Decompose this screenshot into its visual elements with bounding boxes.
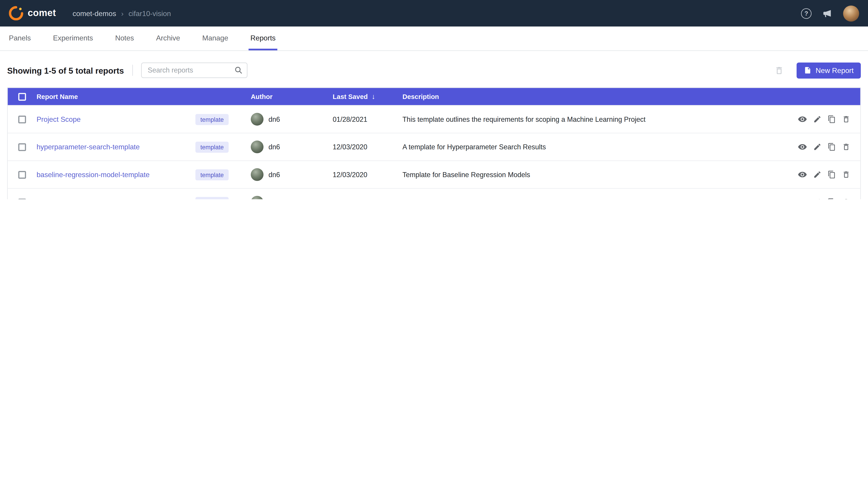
- row-checkbox[interactable]: [18, 198, 26, 199]
- report-description: Template to summarize results from Basel…: [402, 198, 791, 199]
- user-avatar[interactable]: [843, 5, 859, 21]
- view-icon[interactable]: [798, 197, 807, 199]
- last-saved-date: 12/03/2020: [333, 143, 403, 151]
- tab-archive[interactable]: Archive: [154, 27, 182, 51]
- author-name: dn6: [269, 116, 280, 123]
- author-name: dn6: [269, 198, 280, 199]
- edit-icon[interactable]: [813, 198, 822, 199]
- report-doc-icon: [804, 66, 812, 74]
- table-row: hyperparameter-search-template template …: [8, 133, 860, 160]
- author-name: dn6: [269, 143, 280, 151]
- row-actions: [791, 115, 860, 124]
- new-report-label: New Report: [815, 66, 854, 74]
- delete-icon[interactable]: [842, 170, 850, 179]
- row-checkbox[interactable]: [18, 116, 26, 123]
- template-badge: template: [195, 113, 228, 125]
- breadcrumb: comet-demos › cifar10-vision: [72, 9, 171, 18]
- last-saved-date: 12/03/2020: [333, 171, 403, 178]
- duplicate-icon[interactable]: [828, 115, 836, 123]
- view-icon[interactable]: [798, 142, 807, 152]
- breadcrumb-project[interactable]: cifar10-vision: [129, 9, 171, 18]
- delete-icon[interactable]: [842, 143, 850, 151]
- report-name-link[interactable]: baseline-classification-model-template: [37, 198, 157, 199]
- duplicate-icon[interactable]: [828, 198, 836, 199]
- select-all-checkbox[interactable]: [18, 93, 26, 100]
- tab-notes[interactable]: Notes: [114, 27, 135, 51]
- author-avatar: [251, 113, 264, 126]
- column-last-saved[interactable]: Last Saved ↓: [333, 92, 403, 101]
- row-checkbox[interactable]: [18, 143, 26, 151]
- announcements-icon[interactable]: [822, 8, 833, 19]
- author-avatar: [251, 168, 264, 181]
- tab-reports[interactable]: Reports: [249, 27, 277, 51]
- author-avatar: [251, 140, 264, 153]
- author-name: dn6: [269, 171, 280, 178]
- reports-page: Showing 1-5 of 5 total reports: [0, 62, 868, 199]
- breadcrumb-workspace[interactable]: comet-demos: [72, 9, 116, 18]
- app-root: comet comet-demos › cifar10-vision ? Pan…: [0, 0, 868, 199]
- report-name-link[interactable]: baseline-regression-model-template: [37, 170, 150, 179]
- last-saved-date: 12/03/2020: [333, 198, 403, 199]
- edit-icon[interactable]: [813, 170, 822, 179]
- column-description[interactable]: Description: [402, 93, 791, 100]
- breadcrumb-separator-icon: ›: [121, 9, 124, 18]
- row-checkbox[interactable]: [18, 171, 26, 178]
- comet-logo-icon: [9, 6, 23, 21]
- author-avatar: [251, 196, 264, 199]
- tab-experiments[interactable]: Experiments: [51, 27, 95, 51]
- view-icon[interactable]: [798, 115, 807, 124]
- row-actions: [791, 142, 860, 152]
- results-count: Showing 1-5 of 5 total reports: [7, 66, 124, 75]
- edit-icon[interactable]: [813, 143, 822, 151]
- table-header: Report Name Author Last Saved ↓ Descript…: [8, 88, 860, 105]
- bulk-delete-icon[interactable]: [775, 66, 784, 75]
- top-bar-actions: ?: [801, 5, 859, 21]
- template-badge: template: [195, 141, 228, 153]
- table-row: baseline-classification-model-template t…: [8, 188, 860, 199]
- delete-icon[interactable]: [842, 198, 850, 199]
- report-description: Template for Baseline Regression Models: [402, 171, 791, 178]
- report-description: This template outlines the requirements …: [402, 116, 791, 123]
- tab-panels[interactable]: Panels: [7, 27, 33, 51]
- tab-manage[interactable]: Manage: [200, 27, 230, 51]
- sort-descending-icon[interactable]: ↓: [372, 92, 375, 101]
- report-description: A template for Hyperparameter Search Res…: [402, 143, 791, 151]
- table-row: Project Scope template dn6 01/28/2021 Th…: [8, 105, 860, 133]
- brand-name: comet: [28, 8, 56, 19]
- edit-icon[interactable]: [813, 115, 822, 123]
- template-badge: template: [195, 197, 228, 199]
- search-input[interactable]: [141, 63, 247, 78]
- toolbar-divider: [132, 65, 133, 76]
- delete-icon[interactable]: [842, 115, 850, 123]
- column-author[interactable]: Author: [251, 93, 333, 100]
- report-name-link[interactable]: hyperparameter-search-template: [37, 143, 140, 151]
- duplicate-icon[interactable]: [828, 170, 836, 179]
- view-icon[interactable]: [798, 170, 807, 180]
- report-name-link[interactable]: Project Scope: [37, 115, 81, 123]
- search-icon[interactable]: [234, 66, 243, 74]
- column-report-name[interactable]: Report Name: [37, 93, 195, 100]
- help-icon[interactable]: ?: [801, 8, 812, 19]
- reports-toolbar: Showing 1-5 of 5 total reports: [7, 62, 861, 78]
- template-badge: template: [195, 169, 228, 180]
- new-report-button[interactable]: New Report: [797, 62, 861, 78]
- last-saved-date: 01/28/2021: [333, 116, 403, 123]
- reports-table: Report Name Author Last Saved ↓ Descript…: [7, 88, 861, 199]
- search-box: [141, 63, 247, 78]
- project-tabs: Panels Experiments Notes Archive Manage …: [0, 27, 868, 51]
- row-actions: [791, 170, 860, 180]
- top-bar: comet comet-demos › cifar10-vision ?: [0, 0, 868, 27]
- duplicate-icon[interactable]: [828, 143, 836, 151]
- row-actions: [791, 197, 860, 199]
- brand[interactable]: comet: [9, 6, 56, 21]
- toolbar-actions: New Report: [775, 62, 861, 78]
- table-row: baseline-regression-model-template templ…: [8, 160, 860, 188]
